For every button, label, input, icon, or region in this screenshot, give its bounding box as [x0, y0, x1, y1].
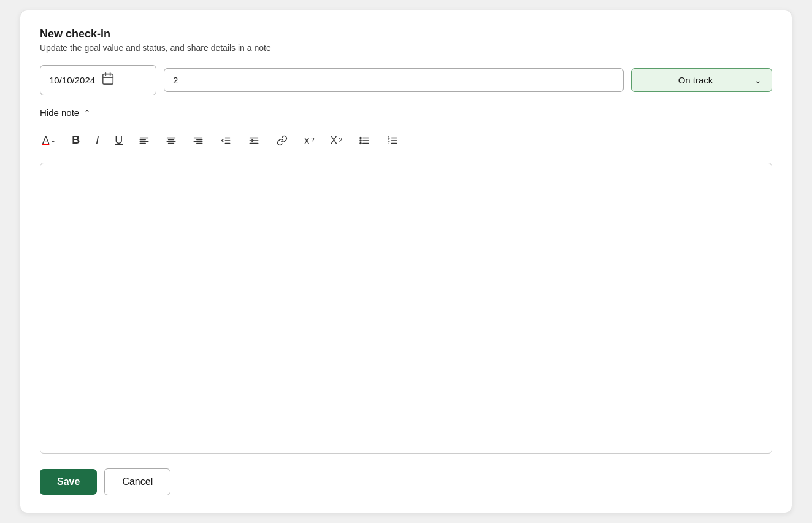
ordered-list-button[interactable]: 1. 2. 3.	[384, 134, 401, 147]
font-color-icon: A	[42, 134, 49, 147]
svg-rect-0	[103, 74, 113, 85]
text-toolbar: A ⌄ B I U	[40, 130, 772, 150]
svg-point-25	[360, 137, 361, 138]
title-section: New check-in Update the goal value and s…	[40, 28, 772, 53]
indent-more-button[interactable]	[245, 134, 262, 147]
inputs-row: 10/10/2024 On track ⌄	[40, 65, 772, 95]
status-dropdown[interactable]: On track ⌄	[631, 68, 772, 92]
new-checkin-card: New check-in Update the goal value and s…	[20, 10, 792, 513]
status-label: On track	[642, 75, 749, 85]
svg-point-27	[360, 142, 361, 144]
cancel-button[interactable]: Cancel	[104, 468, 170, 495]
link-button[interactable]	[274, 134, 291, 147]
svg-text:3.: 3.	[388, 142, 391, 145]
hide-note-row[interactable]: Hide note ⌃	[40, 107, 772, 118]
align-center-button[interactable]	[163, 134, 179, 147]
italic-button[interactable]: I	[93, 133, 101, 148]
card-title: New check-in	[40, 28, 772, 41]
align-right-button[interactable]	[190, 134, 206, 147]
align-left-button[interactable]	[136, 134, 152, 147]
calendar-icon[interactable]	[101, 72, 115, 88]
font-color-chevron-icon: ⌄	[50, 136, 56, 144]
indent-less-button[interactable]	[217, 134, 234, 147]
chevron-down-icon: ⌄	[754, 76, 762, 85]
save-button[interactable]: Save	[40, 469, 97, 495]
date-field[interactable]: 10/10/2024	[40, 65, 156, 95]
svg-point-26	[360, 139, 361, 141]
unordered-list-button[interactable]	[356, 134, 373, 147]
value-input[interactable]	[164, 68, 624, 92]
underline-button[interactable]: U	[112, 133, 125, 148]
hide-note-label: Hide note	[40, 107, 79, 118]
footer-buttons: Save Cancel	[40, 468, 772, 495]
superscript-button[interactable]: x2	[302, 134, 317, 147]
note-textarea[interactable]	[40, 163, 772, 454]
chevron-up-icon: ⌃	[84, 109, 90, 117]
subscript-button[interactable]: X2	[328, 134, 345, 147]
font-color-button[interactable]: A ⌄	[40, 133, 58, 148]
bold-button[interactable]: B	[69, 133, 82, 148]
date-value: 10/10/2024	[49, 75, 95, 85]
card-subtitle: Update the goal value and status, and sh…	[40, 43, 772, 53]
